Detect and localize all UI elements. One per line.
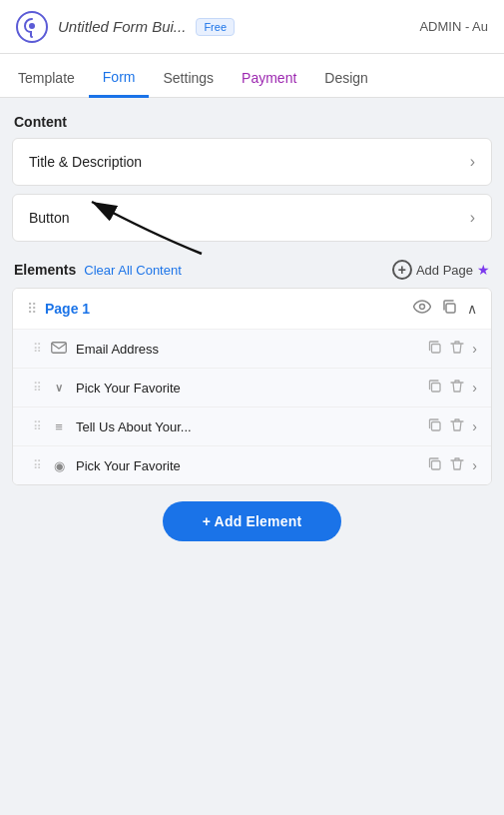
clear-all-link[interactable]: Clear All Content [84,263,182,278]
dropdown-icon: ∨ [50,382,68,395]
element-radio-chevron-icon[interactable]: › [472,457,477,473]
element-textarea-left: ⠿ ≡ Tell Us About Your... [33,419,192,434]
element-dropdown-label: Pick Your Favorite [76,381,181,396]
page-eye-icon[interactable] [413,300,431,318]
button-label: Button [29,210,69,226]
element-row-dropdown: ⠿ ∨ Pick Your Favorite › [13,369,491,408]
page-actions: ∧ [413,299,477,319]
svg-rect-5 [52,343,67,354]
page-block: ⠿ Page 1 ∧ [12,288,492,485]
tab-form[interactable]: Form [89,59,150,98]
svg-rect-8 [432,422,441,431]
element-textarea-chevron-icon[interactable]: › [472,418,477,434]
element-textarea-actions: › [427,417,477,435]
element-textarea-label: Tell Us About Your... [76,419,192,434]
admin-label: ADMIN - Au [419,19,488,34]
svg-rect-9 [432,461,441,470]
element-radio-label: Pick Your Favorite [76,458,181,473]
button-chevron-icon: › [470,209,475,227]
element-row-textarea: ⠿ ≡ Tell Us About Your... › [13,408,491,446]
textarea-icon: ≡ [50,419,68,434]
element-email-actions: › [427,340,477,358]
svg-point-3 [420,305,425,310]
element-radio-delete-icon[interactable] [450,456,464,474]
nav-tabs: Template Form Settings Payment Design [0,54,504,98]
page-1-title: Page 1 [45,301,90,317]
page-copy-icon[interactable] [441,299,457,319]
header: Untitled Form Bui... Free ADMIN - Au [0,0,504,54]
free-badge: Free [196,18,235,36]
tab-payment[interactable]: Payment [228,60,310,98]
button-card[interactable]: Button › [12,194,492,242]
header-left: Untitled Form Bui... Free [16,11,235,43]
element-dropdown-drag-icon: ⠿ [33,381,42,395]
page-1-header: ⠿ Page 1 ∧ [13,289,491,330]
page-drag-handle-icon: ⠿ [27,301,37,317]
element-textarea-drag-icon: ⠿ [33,419,42,433]
element-email-left: ⠿ Email Address [33,341,159,357]
elements-header: Elements Clear All Content + Add Page ★ [12,260,492,280]
elements-header-left: Elements Clear All Content [14,262,182,278]
page-collapse-icon[interactable]: ∧ [467,301,477,317]
element-email-copy-icon[interactable] [427,340,442,358]
email-icon [50,341,68,357]
element-radio-drag-icon: ⠿ [33,458,42,472]
title-description-label: Title & Description [29,154,142,170]
title-description-card[interactable]: Title & Description › [12,138,492,186]
radio-icon: ◉ [50,458,68,473]
title-desc-chevron-icon: › [470,153,475,171]
element-email-drag-icon: ⠿ [33,342,42,356]
add-page-button[interactable]: + Add Page ★ [392,260,490,280]
element-dropdown-chevron-icon[interactable]: › [472,380,477,396]
element-row-email: ⠿ Email Address [13,330,491,369]
element-textarea-delete-icon[interactable] [450,417,464,435]
add-element-button[interactable]: + Add Element [163,501,342,541]
svg-rect-6 [432,345,441,354]
main-content: Content Title & Description › Button › E… [0,98,504,815]
add-page-label: Add Page [416,263,473,278]
star-icon: ★ [477,262,490,278]
logo-icon [16,11,48,43]
svg-rect-4 [446,304,455,313]
element-dropdown-delete-icon[interactable] [450,379,464,397]
element-dropdown-left: ⠿ ∨ Pick Your Favorite [33,381,181,396]
element-radio-left: ⠿ ◉ Pick Your Favorite [33,458,181,473]
tab-settings[interactable]: Settings [149,60,228,98]
element-dropdown-copy-icon[interactable] [427,379,442,397]
element-radio-actions: › [427,456,477,474]
tab-design[interactable]: Design [310,60,382,98]
add-page-plus-icon: + [392,260,412,280]
page-header-left: ⠿ Page 1 [27,301,90,317]
tab-template[interactable]: Template [4,60,89,98]
element-email-delete-icon[interactable] [450,340,464,358]
header-title: Untitled Form Bui... [58,18,186,35]
element-textarea-copy-icon[interactable] [427,417,442,435]
element-email-chevron-icon[interactable]: › [472,341,477,357]
element-email-label: Email Address [76,342,159,357]
element-radio-copy-icon[interactable] [427,456,442,474]
content-section-label: Content [12,114,492,130]
svg-point-1 [29,23,35,29]
element-row-radio: ⠿ ◉ Pick Your Favorite › [13,446,491,484]
elements-label: Elements [14,262,76,278]
svg-rect-7 [432,384,441,393]
element-dropdown-actions: › [427,379,477,397]
